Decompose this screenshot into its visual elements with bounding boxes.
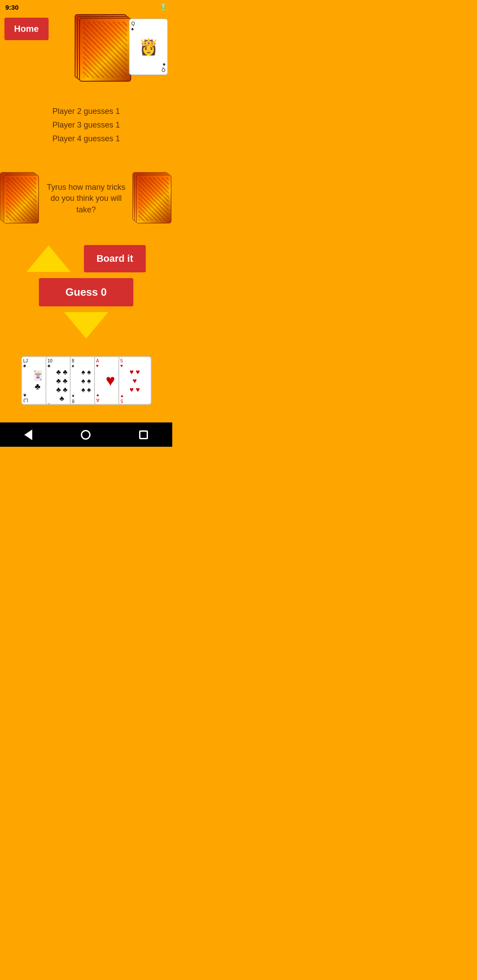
- home-button[interactable]: Home: [4, 18, 49, 40]
- recents-icon: [139, 430, 148, 439]
- player-2-guess: Player 2 guesses 1: [0, 107, 172, 116]
- decrement-arrow[interactable]: [64, 312, 108, 339]
- trump-card-rank-top: Q♠: [131, 21, 135, 31]
- status-time: 9:30: [5, 4, 19, 11]
- player-3-guess: Player 3 guesses 1: [0, 121, 172, 130]
- home-nav-button[interactable]: [81, 430, 91, 440]
- hand-area: LJ♣ 🃏 ♣ LJ♣ 10♣ ♣ ♣ ♣ ♣ ♣ ♣ ♣ 10♣ 8♠ ♠ ♠…: [0, 339, 172, 414]
- board-it-button[interactable]: Board it: [84, 245, 145, 272]
- player-4-guess: Player 4 guesses 1: [0, 134, 172, 143]
- nav-bar: [0, 422, 172, 447]
- recents-button[interactable]: [139, 430, 148, 439]
- left-deck: [0, 172, 40, 225]
- trump-card: Q♠ 👸 Q♠: [129, 19, 168, 75]
- home-nav-icon: [81, 430, 91, 440]
- guess-button[interactable]: Guess 0: [39, 278, 133, 306]
- right-deck: [132, 172, 172, 225]
- status-bar: 9:30 🔋: [0, 0, 172, 14]
- back-icon: [24, 430, 32, 440]
- trump-card-figure: 👸: [139, 39, 159, 55]
- top-center-deck: [75, 14, 132, 83]
- players-info: Player 2 guesses 1 Player 3 guesses 1 Pl…: [0, 94, 172, 152]
- question-text: Tyrus how many tricks do you think you w…: [40, 182, 132, 215]
- trump-card-rank-bottom: Q♠: [162, 62, 166, 73]
- controls-area: Board it Guess 0: [0, 245, 172, 339]
- battery-icon: 🔋: [159, 4, 167, 11]
- back-button[interactable]: [24, 430, 32, 440]
- card-5-hearts[interactable]: 5♥ ♥ ♥ ♥ ♥ ♥ 5♥: [118, 356, 151, 405]
- middle-area: Tyrus how many tricks do you think you w…: [0, 152, 172, 245]
- header-area: Home Q♠ 👸 Q♠: [0, 14, 172, 94]
- increment-arrow[interactable]: [26, 245, 71, 272]
- arrow-up-row: Board it: [9, 245, 163, 272]
